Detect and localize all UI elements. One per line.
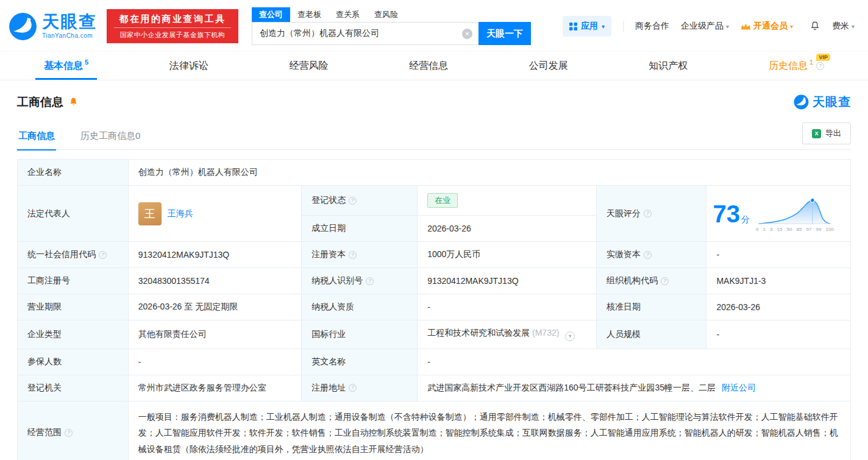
label-establish-date: 成立日期: [302, 216, 418, 242]
search-tab-risk[interactable]: 查风险: [367, 7, 405, 22]
search-button[interactable]: 天眼一下: [478, 22, 531, 45]
table-row: 营业期限 2026-03-26 至 无固定期限 纳税人资质 - 核准日期 202…: [18, 294, 851, 320]
score-value: 73分: [713, 202, 750, 226]
value-approval-date: 2026-03-26: [706, 294, 851, 320]
tab-badge: 1: [809, 58, 813, 66]
value-taxpayer-id: 91320412MAK9JTJ13Q: [418, 268, 597, 294]
label-taxpayer-quality: 纳税人资质: [302, 294, 418, 320]
search-input[interactable]: [252, 23, 478, 44]
section-title: 工商信息: [17, 94, 63, 110]
label-business-term: 营业期限: [18, 294, 129, 320]
value-business-term: 2026-03-26 至 无固定期限: [128, 294, 301, 320]
tab-operating-risk[interactable]: 经营风险: [280, 52, 336, 80]
crown-icon: [741, 23, 751, 30]
value-reg-address: 武进国家高新技术产业开发区西湖路160号工研荟科技产业园35幢一层、二层 附近公…: [418, 375, 851, 401]
tab-legal-litigation[interactable]: 法律诉讼: [161, 52, 217, 80]
table-row: 法定代表人 王 王海兵 登记状态? 在业 天眼评分?: [18, 186, 851, 216]
logo-text: 天眼查: [42, 13, 97, 30]
value-insured-count: -: [128, 349, 301, 375]
legal-rep-link[interactable]: 王海兵: [168, 208, 193, 219]
enterprise-products-menu[interactable]: 企业级产品 ▾: [681, 21, 729, 32]
chevron-down-icon: ▾: [602, 23, 605, 30]
help-icon[interactable]: ?: [349, 197, 357, 205]
tab-operating-info[interactable]: 经营信息: [400, 52, 457, 80]
clear-search-icon[interactable]: ✕: [462, 29, 472, 39]
header-right-nav: 应用 ▾ 商务合作 企业级产品 ▾ 开通会员 ▾ 费米 ▾: [563, 16, 855, 37]
help-icon[interactable]: ?: [644, 210, 652, 218]
banner-line2: 国家中小企业发展子基金旗下机构: [114, 27, 231, 40]
value-reg-status: 在业: [418, 186, 597, 216]
subtab-row: 工商信息 历史工商信息0 导出: [17, 122, 851, 150]
banner-line1: 都在用的商业查询工具: [114, 13, 231, 25]
legal-rep-avatar[interactable]: 王: [138, 202, 162, 225]
main-content: 工商信息 天眼查 工商信息 历史工商信息0 导出 企业名称 创造力（常州: [0, 94, 868, 460]
value-paid-capital: -: [706, 242, 851, 268]
search-tab-relation[interactable]: 查关系: [329, 7, 367, 22]
table-row: 统一社会信用代码? 91320412MAK9JTJ13Q 注册资本? 1000万…: [18, 242, 851, 268]
tianyancha-logo[interactable]: 天眼查 TianYanCha.com: [9, 12, 97, 41]
nearby-companies-link[interactable]: 附近公司: [722, 383, 756, 392]
search-tab-boss[interactable]: 查老板: [290, 7, 329, 22]
value-staff-size: -: [706, 320, 851, 349]
user-menu[interactable]: 费米 ▾: [832, 21, 855, 32]
table-row: 登记机关 常州市武进区政务服务管理办公室 注册地址? 武进国家高新技术产业开发区…: [18, 375, 851, 401]
tianyancha-logo-icon: [9, 12, 37, 41]
label-org-code: 组织机构代码?: [597, 268, 706, 294]
expand-industry-icon[interactable]: ▾: [565, 331, 575, 341]
section-brand-text: 天眼查: [813, 94, 851, 110]
subtab-business-info[interactable]: 工商信息: [17, 130, 56, 149]
logo-domain: TianYanCha.com: [42, 33, 97, 39]
label-company-type: 企业类型: [18, 320, 129, 349]
section-brand: 天眼查: [794, 94, 851, 110]
value-reg-number: 320483001355174: [128, 268, 301, 294]
company-nav-tabs: 基本信息5 法律诉讼 经营风险 经营信息 公司发展 知识产权 VIP 历史信息1…: [0, 51, 868, 80]
chevron-down-icon: ▾: [726, 23, 729, 30]
chevron-down-icon: ▾: [852, 23, 855, 30]
value-company-name: 创造力（常州）机器人有限公司: [128, 160, 850, 186]
value-reg-authority: 常州市武进区政务服务管理办公室: [128, 375, 301, 401]
top-header: 天眼查 TianYanCha.com 都在用的商业查询工具 国家中小企业发展子基…: [0, 0, 868, 51]
value-reg-capital: 1000万人民币: [418, 242, 597, 268]
tab-company-development[interactable]: 公司发展: [521, 52, 577, 80]
help-icon[interactable]: ?: [366, 277, 374, 285]
tab-basic-info[interactable]: 基本信息5: [35, 52, 97, 80]
industry-code: (M732): [532, 328, 559, 338]
label-english-name: 英文名称: [302, 349, 418, 375]
help-icon[interactable]: ?: [99, 251, 107, 259]
tab-history-info[interactable]: VIP 历史信息1 ?: [760, 52, 833, 80]
business-cooperation-link[interactable]: 商务合作: [635, 21, 669, 32]
help-icon[interactable]: ?: [816, 62, 824, 70]
label-tianyan-score: 天眼评分?: [597, 186, 706, 242]
help-icon[interactable]: ?: [644, 251, 652, 259]
score-chart: 0131550859799100: [756, 196, 834, 232]
search-tab-company[interactable]: 查公司: [252, 7, 290, 22]
search-block: 查公司 查老板 查关系 查风险 ✕ 天眼一下: [252, 7, 531, 45]
export-button[interactable]: 导出: [802, 122, 851, 144]
value-org-code: MAK9JTJ1-3: [706, 268, 851, 294]
value-credit-code: 91320412MAK9JTJ13Q: [128, 242, 301, 268]
tab-intellectual-property[interactable]: 知识产权: [640, 52, 696, 80]
table-row: 工商注册号 320483001355174 纳税人识别号? 91320412MA…: [18, 268, 851, 294]
divider: [623, 21, 624, 32]
label-legal-rep: 法定代表人: [18, 186, 129, 242]
value-industry: 工程和技术研究和试验发展 (M732) ▾: [418, 320, 597, 349]
value-legal-rep: 王 王海兵: [128, 186, 301, 242]
help-icon[interactable]: ?: [661, 277, 669, 285]
notification-bell-icon[interactable]: [809, 21, 820, 32]
label-staff-size: 人员规模: [597, 320, 706, 349]
subtab-history-business-info[interactable]: 历史工商信息0: [79, 130, 141, 149]
help-icon[interactable]: ?: [65, 429, 73, 437]
tab-badge: 5: [85, 58, 88, 66]
label-reg-status: 登记状态?: [302, 186, 418, 216]
value-company-type: 其他有限责任公司: [128, 320, 301, 349]
label-taxpayer-id: 纳税人识别号?: [302, 268, 418, 294]
apps-menu[interactable]: 应用 ▾: [563, 16, 611, 37]
value-tianyan-score: 73分: [706, 186, 851, 242]
value-business-scope: 一般项目：服务消费机器人制造；工业机器人制造；通用设备制造（不含特种设备制造）；…: [128, 401, 850, 460]
help-icon[interactable]: ?: [349, 251, 357, 259]
help-icon[interactable]: ?: [349, 384, 357, 392]
promo-banner: 都在用的商业查询工具 国家中小企业发展子基金旗下机构: [107, 9, 238, 43]
monitor-bell-icon[interactable]: [68, 97, 79, 107]
open-vip-menu[interactable]: 开通会员 ▾: [741, 21, 793, 32]
score-chart-ticks: 0131550859799100: [756, 227, 834, 232]
